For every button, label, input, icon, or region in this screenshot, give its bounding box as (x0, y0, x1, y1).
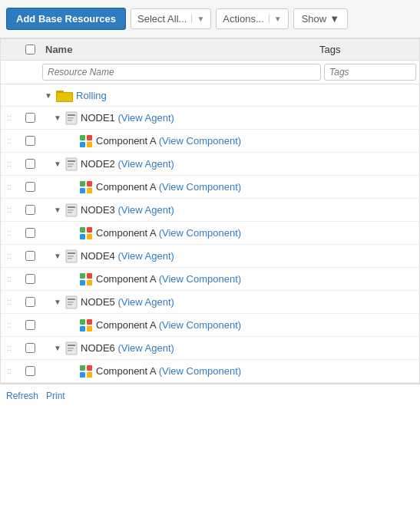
view-component-link[interactable]: (View Component) (159, 181, 241, 193)
component-checkbox[interactable] (25, 274, 35, 284)
print-link[interactable]: Print (46, 391, 65, 401)
actions-dropdown[interactable]: Actions... ▼ (216, 8, 288, 29)
svg-rect-14 (68, 166, 72, 167)
resource-name-filter[interactable] (42, 64, 321, 81)
component-icon (79, 272, 93, 286)
check-cell[interactable] (18, 182, 42, 192)
node-checkbox[interactable] (25, 205, 35, 215)
svg-rect-13 (68, 163, 74, 165)
node-content: ▼ NODE3 (View Agent) (42, 203, 419, 217)
refresh-link[interactable]: Refresh (6, 391, 38, 401)
check-cell[interactable] (18, 320, 42, 330)
drag-handle: :: (1, 298, 18, 306)
svg-rect-28 (68, 252, 75, 254)
drag-handle: :: (1, 183, 18, 191)
select-all-checkbox-cell[interactable] (18, 45, 42, 54)
svg-rect-42 (87, 326, 92, 332)
check-cell[interactable] (18, 136, 42, 146)
check-cell[interactable] (18, 366, 42, 376)
svg-rect-25 (80, 234, 85, 239)
view-component-link[interactable]: (View Component) (159, 365, 241, 377)
tags-filter[interactable] (324, 64, 416, 81)
node-toggle-icon[interactable]: ▼ (53, 298, 62, 306)
component-label: Component A (View Component) (96, 365, 241, 377)
component-icon (79, 180, 93, 194)
svg-rect-26 (87, 234, 92, 239)
check-cell[interactable] (18, 343, 42, 353)
component-label: Component A (View Component) (96, 319, 241, 331)
view-component-link[interactable]: (View Component) (159, 319, 241, 331)
view-agent-link[interactable]: (View Agent) (117, 158, 174, 170)
svg-rect-32 (87, 273, 92, 279)
component-checkbox[interactable] (25, 366, 35, 376)
node-checkbox[interactable] (25, 159, 35, 169)
add-base-resources-button[interactable]: Add Base Resources (6, 8, 126, 30)
svg-rect-6 (68, 120, 72, 121)
node-checkbox[interactable] (25, 297, 35, 307)
node-label: NODE6 (View Agent) (81, 342, 174, 354)
svg-rect-33 (80, 280, 85, 285)
node-checkbox[interactable] (25, 251, 35, 261)
view-component-link[interactable]: (View Component) (159, 135, 241, 147)
group-toggle-icon[interactable]: ▼ (44, 91, 53, 100)
svg-rect-45 (68, 348, 74, 349)
show-label: Show (302, 13, 327, 25)
svg-rect-37 (68, 302, 74, 303)
drag-handle: :: (1, 114, 18, 122)
view-agent-link[interactable]: (View Agent) (117, 250, 174, 262)
node-checkbox[interactable] (25, 343, 35, 353)
node-toggle-icon[interactable]: ▼ (53, 160, 62, 168)
svg-rect-15 (80, 181, 85, 186)
select-all-arrow-icon: ▼ (191, 15, 204, 23)
drag-handle: :: (1, 229, 18, 237)
component-checkbox[interactable] (25, 320, 35, 330)
check-cell[interactable] (18, 159, 42, 169)
check-cell[interactable] (18, 228, 42, 238)
check-cell[interactable] (18, 205, 42, 215)
svg-rect-30 (68, 258, 72, 259)
tree-row-comp6a: :: Component A (View Component) (1, 360, 419, 383)
node-toggle-icon[interactable]: ▼ (53, 114, 62, 122)
check-cell[interactable] (18, 274, 42, 284)
agent-icon (65, 157, 78, 171)
drag-handle: :: (1, 275, 18, 283)
svg-rect-48 (87, 365, 92, 371)
filter-row (1, 61, 419, 84)
component-label: Component A (View Component) (96, 227, 241, 239)
group-rolling: ▼ Rolling (1, 84, 419, 107)
check-cell[interactable] (18, 113, 42, 123)
node-content: ▼ NODE2 (View Agent) (42, 157, 419, 171)
view-agent-link[interactable]: (View Agent) (117, 204, 174, 216)
view-agent-link[interactable]: (View Agent) (117, 112, 174, 124)
agent-icon (65, 295, 78, 309)
drag-handle: :: (1, 321, 18, 329)
node-rows-container: :: ▼ NODE1 (View Agent) :: (1, 107, 419, 383)
check-cell[interactable] (18, 251, 42, 261)
node-toggle-icon[interactable]: ▼ (53, 344, 62, 352)
component-checkbox[interactable] (25, 182, 35, 192)
component-checkbox[interactable] (25, 136, 35, 146)
view-agent-link[interactable]: (View Agent) (117, 296, 174, 308)
svg-rect-50 (87, 372, 92, 378)
group-rolling-link[interactable]: Rolling (76, 90, 107, 101)
view-component-link[interactable]: (View Component) (159, 273, 241, 285)
node-label: NODE2 (View Agent) (81, 158, 174, 170)
node-toggle-icon[interactable]: ▼ (53, 206, 62, 214)
node-toggle-icon[interactable]: ▼ (53, 252, 62, 260)
view-agent-link[interactable]: (View Agent) (117, 342, 174, 354)
svg-rect-23 (80, 227, 85, 233)
svg-rect-36 (68, 299, 75, 300)
svg-rect-22 (68, 212, 72, 213)
component-icon (79, 318, 93, 332)
component-checkbox[interactable] (25, 228, 35, 238)
show-dropdown[interactable]: Show ▼ (293, 8, 348, 29)
select-all-checkbox[interactable] (25, 45, 35, 54)
svg-rect-31 (80, 273, 85, 279)
view-component-link[interactable]: (View Component) (159, 227, 241, 239)
select-all-dropdown[interactable]: Select All... ▼ (131, 8, 211, 29)
node-checkbox[interactable] (25, 113, 35, 123)
check-cell[interactable] (18, 297, 42, 307)
group-content: ▼ Rolling (42, 88, 419, 102)
svg-rect-17 (80, 188, 85, 193)
footer: Refresh Print (0, 384, 420, 407)
